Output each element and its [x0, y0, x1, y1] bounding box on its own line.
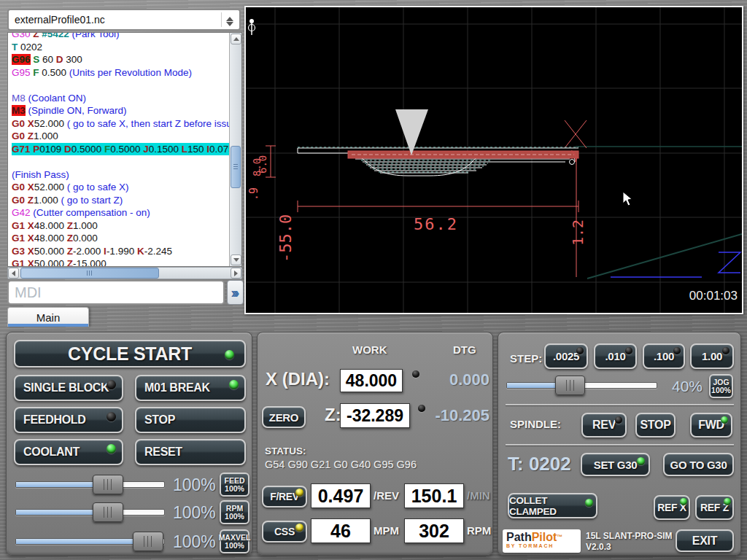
step-1-led — [722, 347, 729, 354]
feed-100-label-top: FEED — [224, 477, 244, 485]
vertical-scroll-thumb[interactable] — [231, 146, 241, 188]
mdi-input[interactable] — [7, 280, 225, 305]
m01-break-button[interactable]: M01 BREAK — [135, 375, 246, 401]
gcode-line: G0 X52.000 ( go to safe X, then start Z … — [12, 117, 229, 131]
gcode-line: G95 F 0.500 (Units per Revolution Mode) — [12, 66, 229, 79]
feed-100-button[interactable]: FEED 100% — [220, 472, 249, 497]
logo-by-tormach: BY TORMACH — [506, 543, 577, 548]
jog-speed-handle[interactable] — [555, 376, 585, 395]
step-100-led — [673, 347, 681, 354]
ref-z-led — [724, 498, 731, 505]
collet-clamped-button[interactable]: COLLET CLAMPED — [508, 493, 597, 518]
step-010-label: .010 — [605, 350, 626, 362]
tab-active-indicator — [8, 324, 88, 327]
feed-override-value: 100% — [173, 475, 214, 495]
maxvel-100-button[interactable]: MAXVEL 100% — [220, 529, 249, 553]
gcode-line — [12, 155, 229, 168]
gcode-file-select[interactable]: externalProfile01.nc — [7, 9, 241, 31]
combo-spinner-icon[interactable] — [225, 13, 235, 29]
ref-x-button[interactable]: REF X — [654, 495, 690, 520]
x-dro-led — [412, 370, 419, 378]
gcode-listing: G30 Z #5422 (Park Tool)T 0202G96 S 60 D … — [8, 33, 229, 266]
horizontal-scrollbar[interactable] — [7, 267, 242, 279]
single-block-button[interactable]: SINGLE BLOCK — [14, 375, 123, 401]
divider-2 — [506, 444, 734, 446]
logo-path: Path — [506, 531, 532, 543]
css-button[interactable]: CSS — [262, 521, 307, 542]
fmin-unit: /MIN — [467, 489, 490, 502]
maxvel-override-handle[interactable] — [133, 532, 163, 551]
step-010-button[interactable]: .010 — [594, 343, 637, 369]
triple-chevron-icon: ››› — [231, 284, 237, 301]
jog-100-label-bottom: 100% — [711, 386, 731, 394]
scroll-up-button[interactable] — [231, 34, 241, 44]
z-dtg-value: -10.205 — [424, 406, 489, 425]
axis-labels — [611, 252, 740, 277]
step-010-led — [625, 347, 632, 354]
step-100-button[interactable]: .100 — [643, 343, 685, 369]
rpm-100-button[interactable]: RPM 100% — [220, 500, 249, 524]
logo-tm: ™ — [557, 534, 562, 540]
spindle-stop-label: STOP — [640, 419, 670, 432]
goto-g30-button[interactable]: GO TO G30 — [663, 453, 734, 476]
z-axis-glyph — [719, 252, 740, 273]
status-gcodes: G54 G90 G21 G0 G40 G95 G96 — [265, 459, 417, 470]
cycle-panel: CYCLE START SINGLE BLOCK M01 BREAK FEEDH… — [6, 332, 252, 556]
dim-left-label: -55.0 — [276, 214, 295, 262]
spindle-stop-button[interactable]: STOP — [635, 413, 676, 438]
x-dro-input[interactable] — [340, 369, 403, 392]
machine-model: 15L SLANT-PRO-SIM — [586, 531, 672, 541]
cycle-start-led — [225, 350, 234, 359]
feed-override-slider[interactable] — [15, 481, 165, 488]
z-dro-input[interactable] — [340, 403, 410, 428]
feed-100-label-bottom: 100% — [225, 485, 244, 493]
spindle-label: SPINDLE: — [510, 418, 561, 430]
pathpilot-logo: PathPilot™ BY TORMACH — [503, 529, 581, 553]
step-0025-button[interactable]: .0025 — [544, 343, 588, 369]
gcode-line: G0 X52.000 ( go to safe X) — [12, 181, 229, 194]
exit-label: EXIT — [692, 534, 717, 548]
feed-override-handle[interactable] — [93, 475, 123, 494]
ref-z-button[interactable]: REF Z — [695, 495, 734, 520]
scroll-down-button[interactable] — [231, 254, 241, 265]
css-unit: MPM — [374, 524, 399, 537]
tab-main[interactable]: Main — [7, 307, 89, 327]
spindle-fwd-button[interactable]: FWD — [690, 413, 732, 438]
stop-button[interactable]: STOP — [135, 407, 246, 433]
coolant-button[interactable]: COOLANT — [14, 439, 123, 465]
step-1-button[interactable]: 1.00 — [690, 343, 734, 369]
rpm-override-slider[interactable] — [15, 509, 165, 516]
z-axis-label: Z: — [325, 405, 341, 425]
zero-button[interactable]: ZERO — [262, 406, 306, 428]
work-header: WORK — [352, 343, 387, 356]
logo-pilot: Pilot — [532, 531, 557, 543]
step-label: STEP: — [510, 352, 542, 365]
limit-lines — [576, 147, 742, 279]
gcode-window[interactable]: G30 Z #5422 (Park Tool)T 0202G96 S 60 D … — [7, 32, 242, 267]
mdi-send-button[interactable]: ››› — [227, 280, 244, 305]
frev-led — [295, 489, 303, 497]
step-100-label: .100 — [654, 350, 674, 362]
m01-break-label: M01 BREAK — [144, 381, 210, 394]
exit-button[interactable]: EXIT — [676, 529, 734, 552]
rpm-override-handle[interactable] — [93, 502, 123, 522]
jog-100-button[interactable]: JOG 100% — [709, 374, 733, 398]
scroll-left-button[interactable] — [8, 268, 19, 279]
gcode-line: G0 Z1.000 — [12, 130, 229, 143]
frev-unit: /REV — [374, 489, 399, 502]
set-g30-led — [637, 457, 645, 465]
toolpath-svg: 8.0 6.0 .9 56.2 -55.0 1.2 — [246, 7, 742, 313]
cycle-start-button[interactable]: CYCLE START — [14, 340, 246, 368]
reset-button[interactable]: RESET — [135, 439, 246, 465]
horizontal-scroll-thumb[interactable] — [20, 268, 159, 279]
spindle-rev-button[interactable]: REV — [581, 413, 627, 438]
step-0025-led — [576, 347, 584, 354]
vertical-scrollbar[interactable] — [229, 33, 241, 266]
dimension-annotations: 8.0 6.0 .9 56.2 -55.0 1.2 — [247, 120, 587, 277]
scroll-right-button[interactable] — [231, 268, 241, 279]
toolpath-backplot[interactable]: 8.0 6.0 .9 56.2 -55.0 1.2 — [244, 6, 743, 314]
frev-button[interactable]: F/REV — [262, 486, 307, 508]
set-g30-button[interactable]: SET G30 — [581, 453, 650, 476]
feedhold-button[interactable]: FEEDHOLD — [14, 407, 123, 433]
status-label: STATUS: — [265, 446, 306, 456]
